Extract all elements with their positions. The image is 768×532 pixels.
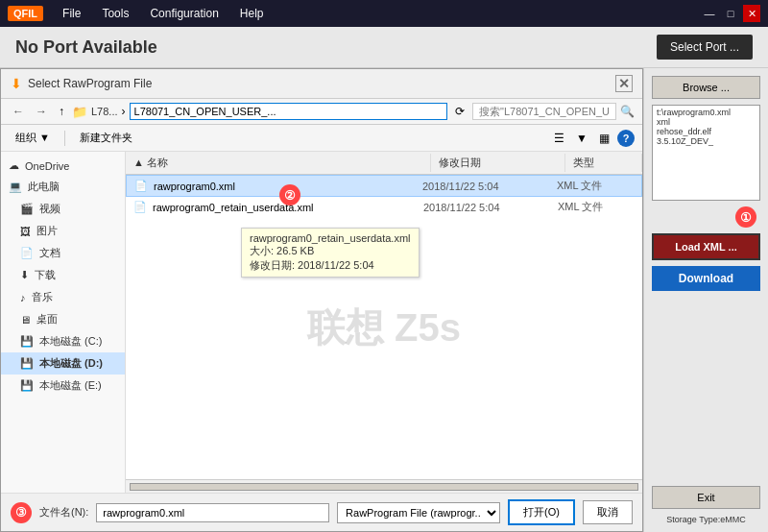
exit-button[interactable]: Exit bbox=[652, 486, 760, 509]
file-type-1: XML 文件 bbox=[558, 200, 635, 214]
file-item-rawprogram0-retain[interactable]: 📄 rawprogram0_retain_userdata.xml 2018/1… bbox=[126, 197, 642, 217]
app-header: No Port Available Select Port ... bbox=[0, 27, 768, 68]
open-button[interactable]: 打开(O) bbox=[508, 499, 575, 525]
organize-label: 组织 ▼ bbox=[15, 131, 50, 145]
minimize-button[interactable]: — bbox=[701, 5, 718, 22]
search-input[interactable] bbox=[472, 103, 616, 120]
view-list-button[interactable]: ☰ bbox=[550, 130, 568, 147]
browse-button[interactable]: Browse ... bbox=[652, 76, 760, 99]
nav-forward-button[interactable]: → bbox=[32, 103, 51, 120]
drive-e-icon: 💾 bbox=[20, 379, 34, 392]
col-header-date: 修改日期 bbox=[431, 154, 565, 172]
horizontal-scrollbar[interactable] bbox=[126, 479, 642, 493]
dialog-footer: ③ 文件名(N): RawProgram File (rawprogr... 打… bbox=[1, 493, 642, 531]
watermark: 联想 Z5s bbox=[307, 301, 461, 353]
nav-this-pc[interactable]: 💻 此电脑 bbox=[1, 176, 125, 198]
dialog-title-bar: ⬇ Select RawProgram File ✕ bbox=[1, 69, 642, 99]
nav-path-input[interactable] bbox=[130, 103, 447, 120]
col-header-type: 类型 bbox=[565, 154, 642, 172]
file-icon-1: 📄 bbox=[133, 201, 147, 213]
file-item-rawprogram0[interactable]: 📄 rawprogram0.xml 2018/11/22 5:04 XML 文件 bbox=[126, 175, 642, 197]
file-list-header: ▲ 名称 修改日期 类型 bbox=[126, 152, 642, 175]
app-logo: QFIL bbox=[8, 6, 43, 21]
file-path-0: t:\rawprogram0.xml bbox=[657, 108, 756, 117]
nav-music[interactable]: ♪ 音乐 bbox=[1, 286, 125, 308]
right-panel: Browse ... t:\rawprogram0.xml xml rehose… bbox=[643, 68, 768, 532]
menu-file[interactable]: File bbox=[53, 5, 90, 22]
scroll-track[interactable] bbox=[130, 483, 638, 491]
view-grid-button[interactable]: ▦ bbox=[595, 130, 613, 147]
left-content: ⬇ Select RawProgram File ✕ ← → ↑ 📁 L78..… bbox=[0, 68, 643, 532]
nav-downloads[interactable]: ⬇ 下载 bbox=[1, 264, 125, 286]
dialog-close-button[interactable]: ✕ bbox=[615, 75, 633, 92]
pictures-label: 图片 bbox=[36, 224, 58, 238]
select-port-button[interactable]: Select Port ... bbox=[657, 35, 753, 60]
download-button[interactable]: Download bbox=[652, 266, 760, 291]
nav-up-button[interactable]: ↑ bbox=[55, 103, 68, 120]
menu-bar: File Tools Configuration Help bbox=[53, 5, 273, 22]
nav-path-container: 📁 L78... › ⟳ bbox=[72, 103, 468, 120]
file-path-2: rehose_ddr.elf bbox=[657, 127, 756, 136]
nav-refresh-button[interactable]: ⟳ bbox=[451, 103, 468, 120]
music-icon: ♪ bbox=[20, 292, 26, 303]
view-details-button[interactable]: ▼ bbox=[572, 130, 591, 147]
documents-icon: 📄 bbox=[20, 247, 34, 259]
load-xml-button[interactable]: Load XML ... bbox=[652, 233, 760, 260]
toolbar-right: ☰ ▼ ▦ ? bbox=[550, 130, 635, 147]
col-header-name: ▲ 名称 bbox=[126, 154, 431, 172]
drive-d-icon: 💾 bbox=[20, 357, 34, 370]
this-pc-label: 此电脑 bbox=[28, 180, 60, 194]
dialog-title: ⬇ Select RawProgram File bbox=[11, 76, 152, 91]
desktop-label: 桌面 bbox=[36, 312, 58, 326]
nav-video[interactable]: 🎬 视频 bbox=[1, 198, 125, 220]
search-icon[interactable]: 🔍 bbox=[620, 105, 635, 118]
new-folder-button[interactable]: 新建文件夹 bbox=[73, 128, 139, 148]
onedrive-label: OneDrive bbox=[25, 160, 69, 172]
content-area: ⬇ Select RawProgram File ✕ ← → ↑ 📁 L78..… bbox=[0, 68, 768, 532]
drive-d-label: 本地磁盘 (D:) bbox=[39, 356, 103, 371]
app-title: No Port Available bbox=[15, 37, 157, 58]
nav-documents[interactable]: 📄 文档 bbox=[1, 242, 125, 264]
file-list: 📄 rawprogram0.xml 2018/11/22 5:04 XML 文件… bbox=[126, 175, 642, 479]
file-dialog: ⬇ Select RawProgram File ✕ ← → ↑ 📁 L78..… bbox=[0, 68, 643, 532]
file-path-1: xml bbox=[657, 117, 756, 127]
file-date-0: 2018/11/22 5:04 bbox=[422, 181, 557, 192]
video-icon: 🎬 bbox=[20, 203, 34, 215]
drive-c-label: 本地磁盘 (C:) bbox=[39, 334, 102, 349]
downloads-label: 下载 bbox=[35, 268, 56, 282]
menu-configuration[interactable]: Configuration bbox=[140, 5, 228, 22]
file-date-1: 2018/11/22 5:04 bbox=[423, 202, 558, 213]
video-label: 视频 bbox=[39, 202, 60, 216]
nav-drive-d[interactable]: 💾 本地磁盘 (D:) bbox=[1, 352, 125, 375]
drive-e-label: 本地磁盘 (E:) bbox=[39, 378, 102, 393]
dialog-title-icon: ⬇ bbox=[11, 76, 22, 91]
organize-button[interactable]: 组织 ▼ bbox=[9, 128, 57, 148]
col-name-text: 名称 bbox=[147, 157, 168, 168]
menu-help[interactable]: Help bbox=[230, 5, 274, 22]
window-controls: — □ ✕ bbox=[701, 5, 760, 22]
filetype-select[interactable]: RawProgram File (rawprogr... bbox=[337, 502, 500, 523]
nav-folder-icon: 📁 bbox=[72, 105, 87, 119]
toolbar-separator bbox=[64, 131, 65, 146]
file-path-3: 3.5.10Z_DEV_ bbox=[657, 136, 756, 146]
filename-input[interactable] bbox=[96, 503, 329, 522]
file-icon-0: 📄 bbox=[134, 180, 148, 192]
cancel-button[interactable]: 取消 bbox=[583, 500, 633, 524]
nav-drive-e[interactable]: 💾 本地磁盘 (E:) bbox=[1, 375, 125, 397]
tooltip-size: 大小: 26.5 KB bbox=[250, 244, 411, 258]
help-button[interactable]: ? bbox=[617, 130, 635, 147]
nav-pictures[interactable]: 🖼 图片 bbox=[1, 220, 125, 242]
app-main: No Port Available Select Port ... ⬇ Sele… bbox=[0, 27, 768, 532]
nav-back-button[interactable]: ← bbox=[9, 103, 28, 120]
nav-desktop[interactable]: 🖥 桌面 bbox=[1, 308, 125, 330]
nav-onedrive[interactable]: ☁ OneDrive bbox=[1, 156, 125, 176]
onedrive-icon: ☁ bbox=[9, 159, 19, 172]
close-button[interactable]: ✕ bbox=[743, 5, 760, 22]
pictures-icon: 🖼 bbox=[20, 226, 31, 237]
maximize-button[interactable]: □ bbox=[722, 5, 739, 22]
step1-badge: ① bbox=[735, 206, 756, 228]
music-label: 音乐 bbox=[32, 290, 53, 304]
nav-drive-c[interactable]: 💾 本地磁盘 (C:) bbox=[1, 330, 125, 352]
file-tooltip: rawprogram0_retain_userdata.xml 大小: 26.5… bbox=[241, 228, 420, 278]
menu-tools[interactable]: Tools bbox=[92, 5, 138, 22]
